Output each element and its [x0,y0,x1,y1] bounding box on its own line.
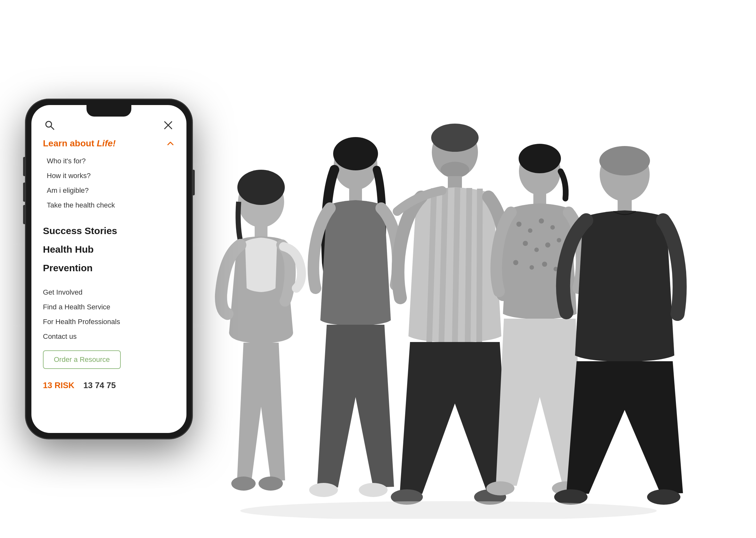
svg-point-33 [534,247,539,252]
nav-find-health-service[interactable]: Find a Health Service [43,300,175,314]
svg-point-47 [240,501,657,519]
scene: Learn about Life! Who it's for? How it w… [0,0,756,538]
svg-point-7 [231,476,256,491]
svg-point-36 [513,260,518,265]
menu-content: Learn about Life! Who it's for? How it w… [31,138,187,344]
people-svg [199,102,711,519]
svg-point-29 [528,228,532,233]
svg-line-1 [51,127,54,130]
people-illustration [179,19,730,519]
sub-menu-item-how[interactable]: How it works? [47,168,175,183]
nav-prevention[interactable]: Prevention [43,259,175,277]
svg-point-5 [238,170,285,205]
phone-footer: 13 RISK 13 74 75 [31,375,187,396]
nav-for-health-professionals[interactable]: For Health Professionals [43,314,175,329]
phone-shell: Learn about Life! Who it's for? How it w… [26,99,192,439]
svg-point-34 [545,242,550,247]
svg-line-21 [468,188,469,342]
svg-point-35 [557,238,561,242]
sub-menu-item-eligible[interactable]: Am i eligible? [47,183,175,198]
search-icon[interactable] [43,119,56,132]
chevron-up-icon[interactable] [166,139,175,148]
phone-screen: Learn about Life! Who it's for? How it w… [31,105,187,433]
svg-point-43 [599,146,650,176]
svg-point-12 [309,483,338,497]
svg-line-19 [441,188,445,342]
nav-get-involved[interactable]: Get Involved [43,285,175,300]
nav-divider [43,277,175,285]
svg-point-10 [333,137,378,170]
svg-point-40 [486,481,514,495]
svg-point-16 [441,162,469,178]
phone-number: 13 74 75 [83,380,116,390]
nav-health-hub[interactable]: Health Hub [43,240,175,259]
order-resource-button[interactable]: Order a Resource [43,350,121,369]
svg-point-8 [258,476,283,491]
sub-menu-item-who[interactable]: Who it's for? [47,154,175,168]
svg-point-28 [516,222,521,227]
learn-sub-menu: Who it's for? How it works? Am i eligibl… [43,154,175,213]
svg-point-46 [647,489,680,505]
close-icon[interactable] [161,119,175,132]
svg-point-32 [523,241,528,246]
status-bar [31,105,187,111]
nav-contact-us[interactable]: Contact us [43,329,175,344]
svg-point-15 [431,124,479,152]
risk-label: 13 RISK [43,380,74,390]
svg-point-13 [359,483,388,497]
svg-point-45 [554,489,587,505]
learn-about-title: Learn about Life! [43,138,116,149]
svg-point-31 [550,225,555,230]
svg-point-38 [542,262,547,267]
svg-point-37 [529,265,534,270]
nav-success-stories[interactable]: Success Stories [43,222,175,240]
phone-device: Learn about Life! Who it's for? How it w… [26,99,192,439]
svg-point-30 [539,218,544,224]
learn-section-header[interactable]: Learn about Life! [43,138,175,149]
svg-line-22 [479,188,480,342]
sub-menu-item-health-check[interactable]: Take the health check [47,198,175,213]
svg-line-20 [455,188,458,343]
svg-point-26 [518,144,561,173]
